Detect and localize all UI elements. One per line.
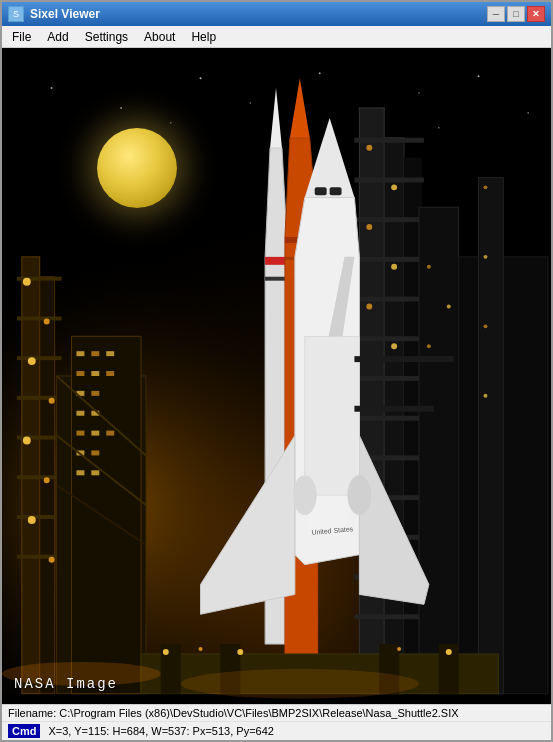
svg-rect-32 bbox=[76, 431, 84, 436]
svg-rect-75 bbox=[305, 336, 360, 495]
svg-rect-43 bbox=[354, 177, 423, 182]
minimize-button[interactable]: ─ bbox=[487, 6, 505, 22]
window-title: Sixel Viewer bbox=[30, 7, 100, 21]
svg-rect-54 bbox=[354, 614, 423, 619]
svg-rect-46 bbox=[354, 297, 423, 302]
svg-rect-99 bbox=[354, 406, 433, 412]
svg-point-103 bbox=[249, 102, 251, 104]
svg-point-96 bbox=[483, 324, 487, 328]
svg-point-104 bbox=[319, 72, 321, 74]
svg-point-94 bbox=[483, 185, 487, 189]
svg-rect-10 bbox=[17, 515, 62, 519]
space-scene: United States bbox=[2, 48, 551, 704]
svg-rect-23 bbox=[91, 351, 99, 356]
svg-point-105 bbox=[418, 92, 420, 94]
svg-rect-45 bbox=[354, 257, 423, 262]
close-button[interactable]: ✕ bbox=[527, 6, 545, 22]
title-bar-controls: ─ □ ✕ bbox=[487, 6, 545, 22]
status-coords-row: Cmd X=3, Y=115: H=684, W=537: Px=513, Py… bbox=[2, 722, 551, 740]
svg-point-59 bbox=[391, 184, 397, 190]
svg-rect-7 bbox=[17, 396, 62, 400]
coordinates-text: X=3, Y=115: H=684, W=537: Px=513, Py=642 bbox=[48, 725, 273, 737]
app-icon: S bbox=[8, 6, 24, 22]
svg-point-88 bbox=[237, 649, 243, 655]
svg-rect-29 bbox=[91, 391, 99, 396]
svg-point-61 bbox=[391, 264, 397, 270]
svg-rect-48 bbox=[354, 376, 423, 381]
svg-point-77 bbox=[347, 475, 371, 515]
svg-point-63 bbox=[391, 343, 397, 349]
svg-point-89 bbox=[397, 647, 401, 651]
menu-file[interactable]: File bbox=[4, 26, 39, 47]
svg-point-65 bbox=[447, 305, 451, 309]
svg-rect-44 bbox=[354, 217, 423, 222]
menu-add[interactable]: Add bbox=[39, 26, 76, 47]
svg-rect-34 bbox=[106, 431, 114, 436]
svg-rect-42 bbox=[354, 138, 423, 143]
svg-point-101 bbox=[120, 107, 122, 109]
svg-point-76 bbox=[293, 475, 317, 515]
cmd-badge: Cmd bbox=[8, 724, 40, 738]
svg-point-19 bbox=[49, 557, 55, 563]
svg-point-13 bbox=[44, 318, 50, 324]
svg-point-84 bbox=[181, 669, 419, 699]
svg-point-12 bbox=[23, 278, 31, 286]
menu-settings[interactable]: Settings bbox=[77, 26, 136, 47]
svg-rect-39 bbox=[359, 108, 384, 694]
svg-point-97 bbox=[483, 394, 487, 398]
svg-rect-11 bbox=[17, 555, 62, 559]
svg-point-15 bbox=[49, 398, 55, 404]
svg-rect-9 bbox=[17, 475, 62, 479]
svg-rect-30 bbox=[76, 411, 84, 416]
svg-point-60 bbox=[366, 224, 372, 230]
svg-rect-5 bbox=[17, 316, 62, 320]
svg-point-86 bbox=[163, 649, 169, 655]
menu-help[interactable]: Help bbox=[183, 26, 224, 47]
svg-point-106 bbox=[478, 75, 480, 77]
svg-rect-37 bbox=[76, 470, 84, 475]
svg-rect-27 bbox=[106, 371, 114, 376]
svg-point-95 bbox=[483, 255, 487, 259]
svg-rect-26 bbox=[91, 371, 99, 376]
svg-rect-24 bbox=[106, 351, 114, 356]
svg-point-58 bbox=[366, 145, 372, 151]
svg-rect-38 bbox=[91, 470, 99, 475]
scene-svg: United States bbox=[2, 48, 551, 704]
svg-rect-33 bbox=[91, 431, 99, 436]
svg-point-107 bbox=[527, 112, 529, 114]
svg-point-64 bbox=[427, 265, 431, 269]
svg-point-14 bbox=[28, 357, 36, 365]
svg-rect-22 bbox=[76, 351, 84, 356]
svg-point-16 bbox=[23, 437, 31, 445]
svg-point-87 bbox=[199, 647, 203, 651]
main-window: S Sixel Viewer ─ □ ✕ File Add Settings A… bbox=[0, 0, 553, 742]
svg-point-62 bbox=[366, 304, 372, 310]
svg-point-90 bbox=[446, 649, 452, 655]
status-bar: Filename: C:\Program Files (x86)\DevStud… bbox=[2, 704, 551, 740]
svg-point-66 bbox=[427, 344, 431, 348]
svg-rect-49 bbox=[354, 416, 423, 421]
image-area: United States bbox=[2, 48, 551, 704]
svg-point-18 bbox=[28, 516, 36, 524]
status-filename: Filename: C:\Program Files (x86)\DevStud… bbox=[2, 705, 551, 722]
svg-rect-21 bbox=[71, 336, 140, 693]
title-bar: S Sixel Viewer ─ □ ✕ bbox=[2, 2, 551, 26]
svg-rect-55 bbox=[419, 207, 459, 693]
svg-point-109 bbox=[438, 127, 440, 129]
svg-rect-98 bbox=[354, 356, 453, 362]
svg-rect-57 bbox=[479, 177, 504, 693]
svg-point-100 bbox=[51, 87, 53, 89]
svg-rect-47 bbox=[354, 336, 423, 341]
svg-point-108 bbox=[170, 122, 172, 124]
menu-about[interactable]: About bbox=[136, 26, 183, 47]
svg-rect-6 bbox=[17, 356, 62, 360]
svg-rect-73 bbox=[330, 187, 342, 195]
svg-point-17 bbox=[44, 477, 50, 483]
maximize-button[interactable]: □ bbox=[507, 6, 525, 22]
svg-point-102 bbox=[200, 77, 202, 79]
svg-rect-72 bbox=[315, 187, 327, 195]
image-caption: NASA Image bbox=[14, 676, 118, 692]
menu-bar: File Add Settings About Help bbox=[2, 26, 551, 48]
svg-rect-36 bbox=[91, 450, 99, 455]
svg-rect-25 bbox=[76, 371, 84, 376]
